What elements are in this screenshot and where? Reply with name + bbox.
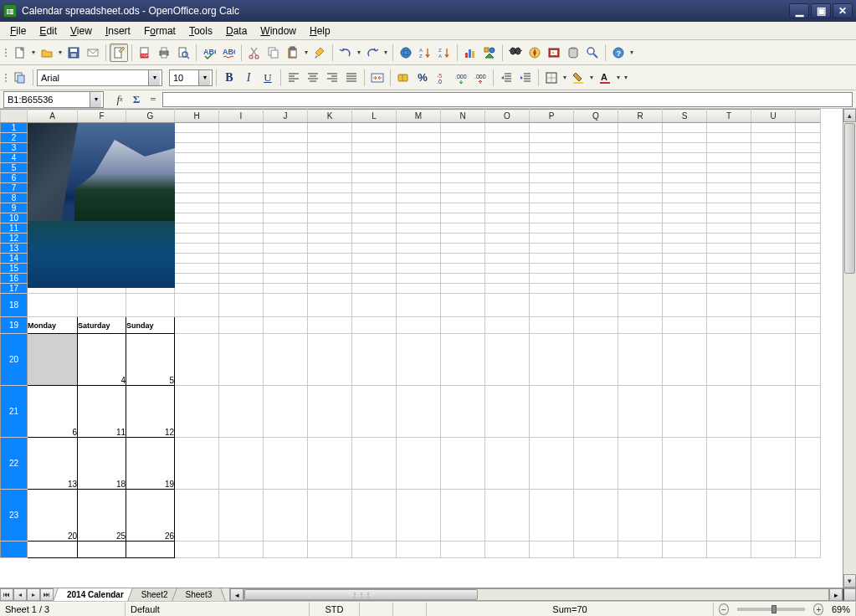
menu-data[interactable]: Data bbox=[219, 23, 254, 38]
cell[interactable] bbox=[751, 294, 796, 317]
cell[interactable] bbox=[219, 438, 264, 490]
cell[interactable]: 5 bbox=[126, 334, 175, 386]
cell[interactable] bbox=[663, 317, 707, 334]
cell[interactable] bbox=[78, 294, 126, 317]
font-name-combo[interactable]: ▾ bbox=[37, 69, 162, 86]
cell[interactable] bbox=[530, 334, 574, 386]
cell[interactable] bbox=[126, 294, 175, 317]
toolbar-handle[interactable] bbox=[3, 69, 8, 87]
cell[interactable] bbox=[574, 438, 618, 490]
cell[interactable] bbox=[397, 334, 441, 386]
row-header[interactable]: 21 bbox=[1, 386, 28, 438]
row-header[interactable]: 9 bbox=[1, 203, 28, 213]
styles-button[interactable] bbox=[11, 69, 29, 87]
menu-view[interactable]: View bbox=[64, 23, 99, 38]
menu-tools[interactable]: Tools bbox=[182, 23, 219, 38]
zoom-button[interactable] bbox=[583, 44, 602, 62]
cell[interactable] bbox=[397, 490, 441, 542]
toolbar-overflow-2[interactable]: ▾ bbox=[623, 74, 629, 81]
gallery-button[interactable] bbox=[545, 44, 563, 62]
cell[interactable] bbox=[175, 317, 219, 334]
column-header[interactable]: F bbox=[78, 110, 126, 123]
cell[interactable] bbox=[485, 317, 530, 334]
scroll-up-button[interactable]: ▴ bbox=[843, 109, 856, 122]
cell[interactable] bbox=[485, 334, 530, 386]
cell[interactable] bbox=[175, 490, 219, 542]
hscroll-thumb[interactable]: ⋮⋮⋮ bbox=[244, 589, 478, 600]
cell[interactable] bbox=[751, 490, 796, 542]
delete-decimal-button[interactable]: .000 bbox=[471, 69, 490, 87]
percent-button[interactable]: % bbox=[413, 69, 432, 87]
row-header[interactable]: 17 bbox=[1, 284, 28, 294]
cell[interactable]: Monday bbox=[28, 317, 78, 334]
font-size-combo[interactable]: ▾ bbox=[169, 69, 213, 86]
column-header[interactable]: L bbox=[352, 110, 397, 123]
save-button[interactable] bbox=[64, 44, 83, 62]
sort-desc-button[interactable]: ZA bbox=[435, 44, 454, 62]
cell[interactable] bbox=[574, 334, 618, 386]
row-header[interactable]: 22 bbox=[1, 438, 28, 490]
cell[interactable] bbox=[707, 438, 751, 490]
row-header[interactable]: 8 bbox=[1, 193, 28, 203]
cell[interactable] bbox=[441, 490, 485, 542]
column-header[interactable]: K bbox=[308, 110, 352, 123]
cell[interactable] bbox=[618, 490, 663, 542]
cell[interactable] bbox=[28, 294, 78, 317]
show-draw-button[interactable] bbox=[480, 44, 499, 62]
cell[interactable]: Sunday bbox=[126, 317, 175, 334]
cell[interactable] bbox=[707, 334, 751, 386]
cell[interactable]: 20 bbox=[28, 490, 78, 542]
name-box-input[interactable] bbox=[4, 92, 90, 107]
cell[interactable]: 25 bbox=[78, 490, 126, 542]
column-header[interactable]: T bbox=[707, 110, 751, 123]
cell[interactable] bbox=[485, 490, 530, 542]
download-icon[interactable] bbox=[839, 24, 853, 38]
cell[interactable]: 6 bbox=[28, 386, 78, 438]
open-dropdown[interactable]: ▾ bbox=[57, 49, 64, 56]
datasources-button[interactable] bbox=[564, 44, 582, 62]
cell[interactable] bbox=[485, 386, 530, 438]
cell[interactable] bbox=[751, 334, 796, 386]
cell[interactable] bbox=[530, 386, 574, 438]
row-header[interactable]: 13 bbox=[1, 244, 28, 254]
autospell-button[interactable]: ABC bbox=[219, 44, 238, 62]
new-button[interactable] bbox=[11, 44, 29, 62]
cell[interactable] bbox=[707, 490, 751, 542]
cell[interactable] bbox=[219, 317, 264, 334]
row-header[interactable]: 19 bbox=[1, 317, 28, 334]
print-preview-button[interactable] bbox=[174, 44, 192, 62]
cell[interactable] bbox=[219, 386, 264, 438]
cell[interactable]: 19 bbox=[126, 438, 175, 490]
cell[interactable] bbox=[441, 438, 485, 490]
number-standard-button[interactable]: -5.0 bbox=[433, 69, 451, 87]
font-name-input[interactable] bbox=[38, 70, 148, 85]
row-header[interactable]: 23 bbox=[1, 490, 28, 542]
cell[interactable] bbox=[441, 294, 485, 317]
align-justify-button[interactable] bbox=[342, 69, 361, 87]
bgcolor-dropdown[interactable]: ▾ bbox=[588, 74, 595, 81]
cell[interactable] bbox=[264, 386, 308, 438]
name-box[interactable]: ▾ bbox=[3, 91, 104, 108]
font-size-input[interactable] bbox=[170, 70, 198, 85]
format-paintbrush-button[interactable] bbox=[310, 44, 329, 62]
menu-insert[interactable]: Insert bbox=[99, 23, 137, 38]
bgcolor-button[interactable] bbox=[569, 69, 587, 87]
add-decimal-button[interactable]: .000 bbox=[452, 69, 470, 87]
cell[interactable] bbox=[530, 294, 574, 317]
copy-button[interactable] bbox=[264, 44, 283, 62]
column-header[interactable]: R bbox=[618, 110, 663, 123]
bold-button[interactable]: B bbox=[220, 69, 238, 87]
cell[interactable]: 26 bbox=[126, 490, 175, 542]
undo-button[interactable] bbox=[336, 44, 355, 62]
hyperlink-button[interactable] bbox=[397, 44, 415, 62]
toolbar-handle[interactable] bbox=[3, 44, 8, 62]
scroll-left-button[interactable]: ◂ bbox=[230, 588, 243, 601]
email-button[interactable] bbox=[84, 44, 102, 62]
column-header[interactable]: S bbox=[663, 110, 707, 123]
cell[interactable] bbox=[574, 317, 618, 334]
column-header[interactable]: O bbox=[485, 110, 530, 123]
cell[interactable]: 13 bbox=[28, 438, 78, 490]
borders-dropdown[interactable]: ▾ bbox=[561, 74, 568, 81]
cell[interactable] bbox=[397, 294, 441, 317]
cell[interactable] bbox=[530, 490, 574, 542]
